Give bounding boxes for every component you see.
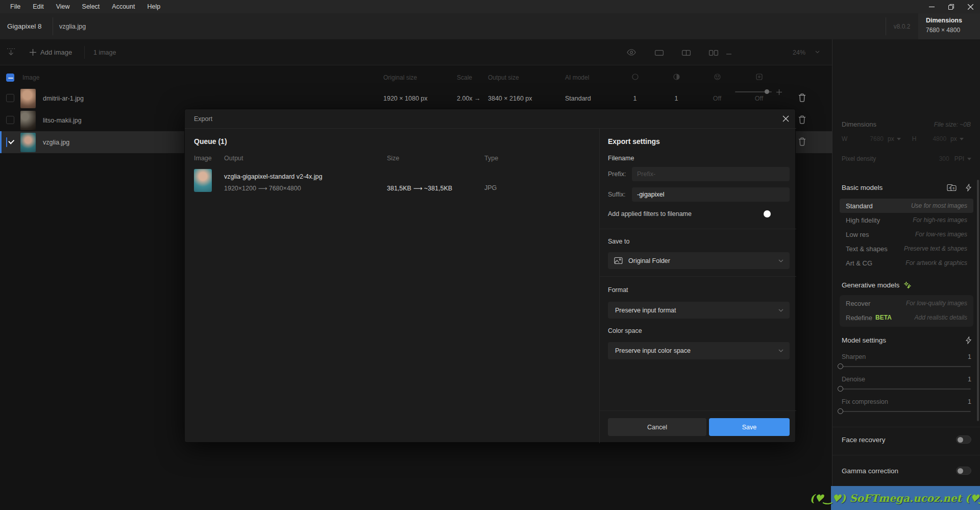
row-scale[interactable]: 2.00x → <box>457 87 481 109</box>
save-button[interactable]: Save <box>709 418 790 436</box>
select-all-checkbox[interactable] <box>6 74 14 82</box>
generative-models-title: Generative models <box>842 281 899 289</box>
menu-view[interactable]: View <box>51 0 75 13</box>
delete-row-icon[interactable] <box>798 115 806 124</box>
close-button[interactable] <box>961 0 980 13</box>
queue-col-output: Output <box>224 155 243 162</box>
split-view-icon[interactable] <box>682 50 691 56</box>
row-ai-model[interactable]: Standard <box>565 87 591 109</box>
zoom-level[interactable]: 24% <box>793 39 805 65</box>
table-row[interactable]: dmitrii-ar-1.jpg 1920 × 1080 px 2.00x → … <box>0 87 832 109</box>
pixel-density-chevron-icon[interactable] <box>967 158 971 160</box>
suffix-input[interactable] <box>632 187 790 202</box>
side-by-side-view-icon[interactable] <box>709 50 718 56</box>
document-tab[interactable]: vzglia.jpg <box>59 13 86 39</box>
menu-help[interactable]: Help <box>142 0 166 13</box>
colorspace-dropdown[interactable]: Preserve input color space <box>608 342 790 359</box>
face-recovery-toggle[interactable] <box>956 435 971 444</box>
model-name: Recover <box>846 296 870 310</box>
sharpen-slider[interactable] <box>840 366 971 367</box>
sparkles-icon <box>903 281 912 289</box>
height-value[interactable]: 4800 <box>933 135 946 142</box>
cancel-button[interactable]: Cancel <box>608 418 706 436</box>
row-checkbox[interactable] <box>6 94 14 102</box>
auto-model-bolt-icon[interactable] <box>966 184 971 191</box>
menu-select[interactable]: Select <box>77 0 105 13</box>
face-recovery-label: Face recovery <box>842 436 886 444</box>
app-tab[interactable]: Gigapixel 8 <box>7 13 42 39</box>
version-label: v8.0.2 <box>886 13 918 39</box>
thumbnail <box>20 133 36 152</box>
row-filename: litso-makii.jpg <box>43 109 82 131</box>
auto-settings-bolt-icon[interactable] <box>966 336 971 344</box>
import-dock-icon[interactable] <box>7 48 15 57</box>
model-item-text-shapes[interactable]: Text & shapes Preserve text & shapes <box>840 241 973 256</box>
model-name: Redefine <box>846 314 872 322</box>
model-item-high-fidelity[interactable]: High fidelity For high-res images <box>840 213 973 227</box>
preview-eye-icon[interactable] <box>627 49 636 56</box>
model-desc: Use for most images <box>911 199 967 213</box>
denoise-column-icon <box>673 74 680 80</box>
row-face-recovery: Off <box>710 87 724 109</box>
colorspace-label: Color space <box>608 327 642 334</box>
width-unit[interactable]: px <box>888 135 894 142</box>
menu-account[interactable]: Account <box>107 0 140 13</box>
width-unit-chevron-icon[interactable] <box>897 138 901 140</box>
export-settings-title: Export settings <box>608 137 660 145</box>
menu-file[interactable]: File <box>5 0 26 13</box>
sharpen-value: 1 <box>968 353 971 360</box>
dimensions-section-title: Dimensions <box>842 120 876 128</box>
save-to-dropdown[interactable]: Original Folder <box>608 252 790 269</box>
delete-row-icon[interactable] <box>798 93 806 102</box>
panel-scrollbar[interactable] <box>977 180 979 421</box>
denoise-value: 1 <box>968 376 971 383</box>
width-value[interactable]: 7680 <box>870 135 884 142</box>
col-output-size: Output size <box>488 74 519 81</box>
minimize-button[interactable] <box>922 0 941 13</box>
model-item-recover[interactable]: Recover For low-quality images <box>840 296 973 310</box>
sharpen-slider-handle[interactable] <box>838 363 843 369</box>
model-item-standard[interactable]: Standard Use for most images <box>840 199 973 213</box>
colorspace-value: Preserve input color space <box>615 347 691 354</box>
row-checkbox[interactable] <box>6 116 14 124</box>
restore-button[interactable] <box>941 0 961 13</box>
prefix-input[interactable] <box>632 167 790 181</box>
model-item-redefine[interactable]: Redefine BETA Add realistic details <box>840 310 973 325</box>
single-view-icon[interactable] <box>655 50 664 56</box>
dialog-close-icon[interactable] <box>782 115 789 122</box>
menu-edit[interactable]: Edit <box>28 0 49 13</box>
format-dropdown[interactable]: Preserve input format <box>608 302 790 319</box>
model-desc: Preserve text & shapes <box>904 241 967 256</box>
model-item-art-cg[interactable]: Art & CG For artwork & graphics <box>840 256 973 270</box>
save-to-label: Save to <box>608 238 629 245</box>
height-unit[interactable]: px <box>950 135 957 142</box>
face-recovery-row: Face recovery <box>842 434 971 445</box>
pixel-density-row: Pixel density 300 PPI <box>842 154 971 164</box>
add-image-button[interactable]: Add image <box>30 39 72 65</box>
denoise-slider[interactable] <box>840 388 971 390</box>
save-to-value: Original Folder <box>628 257 670 264</box>
zoom-out-icon[interactable] <box>726 52 731 57</box>
model-item-low-res[interactable]: Low res For low-res images <box>840 227 973 241</box>
pixel-density-unit[interactable]: PPI <box>954 155 964 162</box>
height-unit-chevron-icon[interactable] <box>960 138 964 140</box>
chevron-down-icon <box>778 349 783 352</box>
delete-row-icon[interactable] <box>798 137 806 146</box>
compare-models-icon[interactable]: AB <box>947 184 957 191</box>
row-checkbox[interactable] <box>6 137 7 147</box>
queue-item[interactable]: vzglia-gigapixel-standard v2-4x.jpg 1920… <box>185 165 599 196</box>
export-dialog: Export Queue (1) Image Output Size Type … <box>184 109 796 443</box>
menu-bar: File Edit View Select Account Help <box>0 0 980 13</box>
model-desc: For artwork & graphics <box>905 256 967 270</box>
queue-item-thumbnail <box>194 169 212 192</box>
thumbnail <box>20 89 36 108</box>
svg-text:A: A <box>949 186 951 189</box>
restore-icon <box>948 4 954 10</box>
fix-compression-slider[interactable] <box>840 411 971 412</box>
zoom-chevron-icon[interactable] <box>815 51 820 54</box>
format-label: Format <box>608 286 628 294</box>
fix-compression-slider-handle[interactable] <box>838 408 843 414</box>
denoise-slider-handle[interactable] <box>838 386 843 392</box>
pixel-density-value[interactable]: 300 <box>939 155 949 162</box>
gamma-correction-toggle[interactable] <box>956 467 971 475</box>
